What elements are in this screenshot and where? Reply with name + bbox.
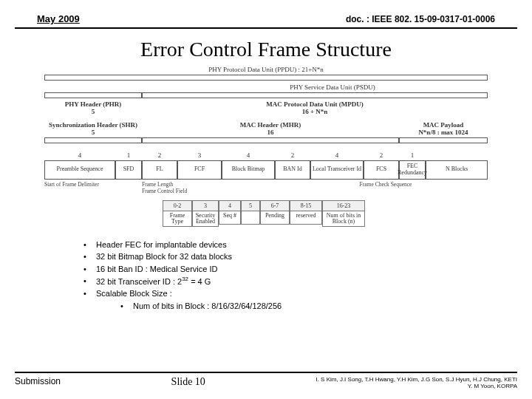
bullet-5-sub: Num of bits in Block : 8/16/32/64/128/25… bbox=[133, 300, 282, 313]
bullet-4: 32 bit Transceiver ID : 232 = 4 G bbox=[96, 275, 211, 287]
shr-mhr-bars bbox=[44, 137, 488, 144]
field-fl: FL bbox=[142, 160, 177, 180]
header-date: May 2009 bbox=[37, 13, 80, 24]
mpdu-width: 16 + N*n bbox=[142, 108, 488, 115]
shr-label: Synchronization Header (SHR) bbox=[44, 121, 142, 129]
bullet-list: •Header FEC for implantable devices •32 … bbox=[74, 239, 532, 313]
bullet-3: 16 bit Ban ID : Medical Service ID bbox=[96, 263, 217, 276]
field-fcs: FCS bbox=[364, 160, 399, 180]
phr-label: PHY Header (PHR) bbox=[44, 100, 142, 108]
shr-width: 5 bbox=[44, 129, 142, 136]
bullet-5: Scalable Block Size : bbox=[96, 287, 172, 300]
field-row: Preamble Sequence SFD FL FCF Block Bitma… bbox=[44, 160, 488, 180]
footer-center: Slide 10 bbox=[171, 376, 205, 388]
fcf-table: 0-2 Frame Type 3 Security Enabled 4 Seq … bbox=[163, 200, 488, 227]
field-notes: Start of Frame Delimiter Frame Length Fr… bbox=[44, 180, 488, 194]
note-sfd: Start of Frame Delimiter bbox=[44, 181, 142, 188]
mpdu-label: MAC Protocol Data Unit (MPDU) bbox=[142, 100, 488, 108]
shr-mhr-labels: Synchronization Header (SHR) 5 MAC Heade… bbox=[44, 121, 488, 136]
psdu-caption: PHY Service Data Unit (PSDU) bbox=[177, 83, 488, 91]
footer-right: I. S Kim, J.I Song, T.H Hwang, Y.H Kim, … bbox=[316, 376, 517, 390]
ppdu-bar bbox=[44, 75, 488, 81]
field-blocks: N Blocks bbox=[426, 160, 488, 180]
payload-label: MAC Payload bbox=[399, 121, 488, 129]
field-red: FEC Redundancy bbox=[399, 160, 426, 180]
footer-left: Submission bbox=[15, 376, 61, 386]
psdu-bars bbox=[44, 92, 488, 99]
header-bar: May 2009 doc. : IEEE 802. 15-09-0317-01-… bbox=[15, 0, 517, 29]
mhr-width: 16 bbox=[142, 129, 399, 136]
field-sfd: SFD bbox=[115, 160, 142, 180]
note-fl: Frame Length bbox=[142, 181, 222, 188]
field-preamble: Preamble Sequence bbox=[44, 160, 115, 180]
phr-width: 5 bbox=[44, 108, 142, 115]
bullet-2: 32 bit Bitmap Block for 32 data blocks bbox=[96, 250, 232, 263]
ppdu-caption: PHY Protocol Data Unit (PPDU) : 21+N*n bbox=[44, 66, 488, 73]
footer-bar: Submission Slide 10 I. S Kim, J.I Song, … bbox=[15, 372, 517, 390]
field-bitmap: Block Bitmap bbox=[222, 160, 275, 180]
payload-width: N*n/8 : max 1024 bbox=[399, 129, 488, 136]
bullet-1: Header FEC for implantable devices bbox=[96, 239, 227, 251]
header-docref: doc. : IEEE 802. 15-09-0317-01-0006 bbox=[346, 14, 495, 24]
page-title: Error Control Frame Structure bbox=[0, 38, 532, 61]
field-widths: 4 1 2 3 4 2 4 2 1 bbox=[44, 151, 488, 159]
field-ban: BAN Id bbox=[275, 160, 310, 180]
frame-diagram: PHY Protocol Data Unit (PPDU) : 21+N*n P… bbox=[44, 66, 488, 227]
field-xcvr: Local Transceiver Id bbox=[310, 160, 364, 180]
mhr-label: MAC Header (MHR) bbox=[142, 121, 399, 129]
phr-mpdu-labels: PHY Header (PHR) 5 MAC Protocol Data Uni… bbox=[44, 100, 488, 115]
note-fcf: Frame Control Field bbox=[142, 188, 222, 194]
note-fcs: Frame Check Sequence bbox=[355, 181, 417, 194]
field-fcf: FCF bbox=[177, 160, 222, 180]
